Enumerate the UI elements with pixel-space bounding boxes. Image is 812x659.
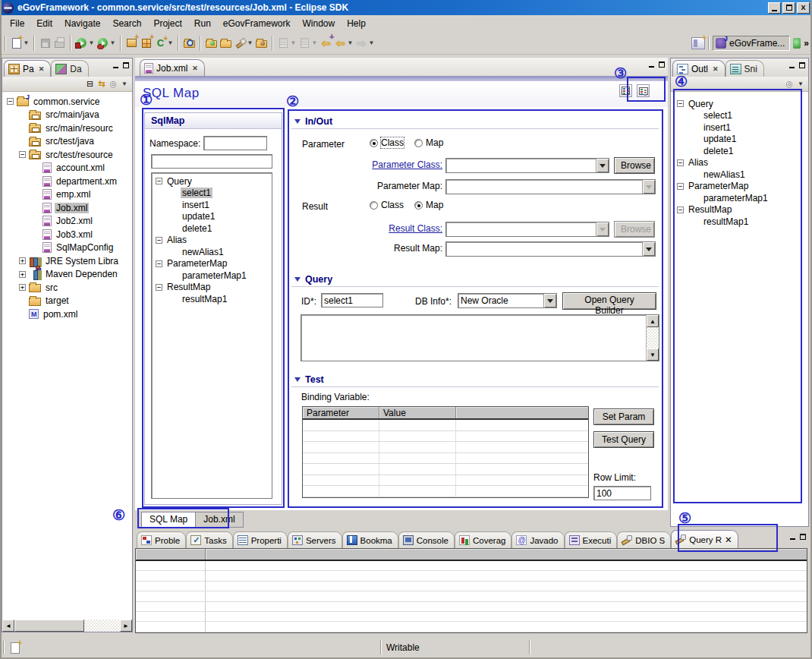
result-column-2[interactable] — [206, 549, 807, 560]
menu-run[interactable]: Run — [189, 17, 216, 30]
back-button[interactable]: ⇦▼ — [333, 34, 354, 52]
tab-outline[interactable]: Outl ✕ — [672, 60, 725, 77]
parameter-class-combo[interactable] — [445, 158, 609, 173]
parameter-class-link[interactable]: Parameter Class: — [372, 159, 442, 170]
new-generate-button[interactable]: C▼ — [153, 34, 175, 52]
tree-item[interactable]: −ParameterMap — [152, 258, 272, 270]
minimize-button[interactable] — [768, 2, 781, 14]
tree-item[interactable]: +Maven Dependen — [2, 268, 132, 282]
dropdown-chevron-icon[interactable]: ▼ — [347, 36, 354, 49]
table-row[interactable] — [303, 420, 588, 431]
tab-data-explorer[interactable]: Da — [51, 60, 88, 77]
tree-item[interactable]: department.xm — [2, 175, 132, 188]
run-button[interactable]: ▼ — [74, 34, 96, 52]
close-editor-icon[interactable]: ✕ — [192, 65, 198, 72]
bottom-tab-javado[interactable]: Javado — [511, 531, 564, 548]
more-perspectives-chevron[interactable]: » — [804, 38, 809, 49]
scroll-right-icon[interactable]: ► — [120, 620, 132, 632]
export-button[interactable] — [254, 34, 269, 52]
tree-item[interactable]: parameterMap1 — [675, 192, 805, 204]
expander-icon[interactable]: − — [156, 178, 162, 184]
dropdown-chevron-icon[interactable]: ▼ — [247, 36, 253, 49]
forward-button[interactable]: ⇨▼ — [354, 34, 376, 52]
tree-item[interactable]: account.xml — [2, 162, 132, 175]
table-row[interactable] — [303, 464, 588, 475]
next-annotation-button[interactable]: ▼ — [276, 34, 297, 52]
expander-icon[interactable]: − — [19, 151, 26, 158]
table-row[interactable] — [136, 612, 807, 622]
view-menu-chevron[interactable]: ▼ — [798, 80, 804, 87]
sort-button[interactable]: ◎ — [785, 80, 793, 88]
tree-item[interactable]: insert1 — [675, 121, 805, 134]
tree-item[interactable]: −ResultMap — [675, 204, 805, 216]
combo-dropdown-icon[interactable] — [596, 159, 609, 172]
tab-sql-map[interactable]: SQL Map — [141, 512, 196, 528]
collapse-section-icon[interactable] — [294, 277, 301, 282]
bottom-tab-tasks[interactable]: Tasks — [186, 531, 232, 548]
scrollbar-thumb[interactable] — [14, 620, 84, 632]
tree-item[interactable]: resultMap1 — [152, 293, 272, 305]
table-row[interactable] — [136, 582, 807, 591]
combo-dropdown-icon[interactable] — [642, 242, 655, 256]
parameter-map-radio[interactable] — [414, 139, 423, 147]
dropdown-chevron-icon[interactable]: ▼ — [290, 36, 297, 49]
result-class-radio[interactable] — [370, 201, 378, 210]
horizontal-scrollbar[interactable]: ◄ ► — [2, 620, 132, 632]
dropdown-chevron-icon[interactable]: ▼ — [167, 36, 174, 49]
minimize-editor-button[interactable] — [649, 62, 654, 68]
previous-annotation-button[interactable]: ▼ — [297, 34, 319, 52]
close-tab-icon[interactable]: ✕ — [713, 65, 719, 73]
maximize-view-button[interactable] — [800, 534, 806, 540]
menu-file[interactable]: File — [5, 17, 30, 30]
tab-job-xml-source[interactable]: Job.xml — [196, 512, 243, 528]
result-class-link[interactable]: Result Class: — [389, 223, 442, 234]
tree-item[interactable]: select1 — [152, 188, 272, 200]
expander-icon[interactable]: − — [677, 100, 684, 107]
tab-snippets[interactable]: Sni — [725, 60, 764, 77]
maximize-editor-button[interactable] — [659, 61, 665, 68]
expander-icon[interactable]: − — [677, 207, 684, 213]
tree-item[interactable]: Job3.xml — [2, 228, 132, 241]
menu-egovframework[interactable]: eGovFramework — [218, 17, 296, 30]
tree-item[interactable]: newAlias1 — [675, 169, 805, 181]
tree-item[interactable]: src/test/java — [2, 135, 132, 149]
close-tab-icon[interactable]: ✕ — [725, 534, 732, 545]
collapse-all-button[interactable]: ⊟ — [87, 80, 93, 88]
result-map-combo[interactable] — [445, 241, 656, 257]
expander-icon[interactable]: − — [156, 260, 162, 267]
table-row[interactable] — [303, 431, 588, 443]
tree-item[interactable]: select1 — [675, 110, 805, 122]
minimize-view-button[interactable] — [789, 63, 795, 68]
scroll-left-icon[interactable]: ◄ — [2, 620, 14, 632]
last-edit-location-button[interactable]: ⇦ — [319, 34, 333, 52]
maximize-view-button[interactable] — [799, 62, 805, 68]
namespace-input[interactable] — [203, 136, 267, 150]
new-wizard-button[interactable]: ▼ — [9, 34, 30, 52]
dropdown-chevron-icon[interactable]: ▼ — [311, 36, 318, 49]
expander-icon[interactable]: + — [19, 271, 26, 278]
editor-tab-job-xml[interactable]: Job.xml ✕ — [140, 59, 205, 76]
menu-search[interactable]: Search — [107, 17, 146, 30]
expander-icon[interactable]: + — [19, 284, 26, 291]
tree-item[interactable]: insert1 — [152, 199, 272, 211]
tree-item[interactable]: −ResultMap — [152, 282, 272, 294]
table-row[interactable] — [136, 571, 807, 581]
tree-item[interactable]: parameterMap1 — [152, 270, 272, 282]
row-limit-input[interactable] — [593, 486, 651, 500]
dropdown-chevron-icon[interactable]: ▼ — [23, 36, 30, 49]
scroll-down-icon[interactable]: ▼ — [647, 348, 659, 361]
tree-item[interactable]: pom.xml — [2, 307, 132, 321]
table-row[interactable] — [303, 486, 588, 497]
tree-item[interactable]: −src/test/resource — [2, 148, 132, 162]
maximize-button[interactable] — [782, 2, 795, 14]
new-java-class-button[interactable] — [139, 34, 153, 52]
tree-item[interactable]: update1 — [152, 211, 272, 223]
bottom-tab-executi[interactable]: Executi — [565, 531, 618, 548]
binding-variable-table[interactable]: Parameter Value — [302, 406, 589, 498]
tree-item[interactable]: +src — [2, 281, 132, 295]
java-perspective-icon[interactable] — [793, 38, 801, 49]
tree-item[interactable]: −Query — [675, 98, 805, 110]
result-map-radio[interactable] — [414, 201, 423, 210]
bottom-tab-bookma[interactable]: Bookma — [342, 531, 398, 548]
tree-item[interactable]: Job.xml — [2, 201, 132, 215]
